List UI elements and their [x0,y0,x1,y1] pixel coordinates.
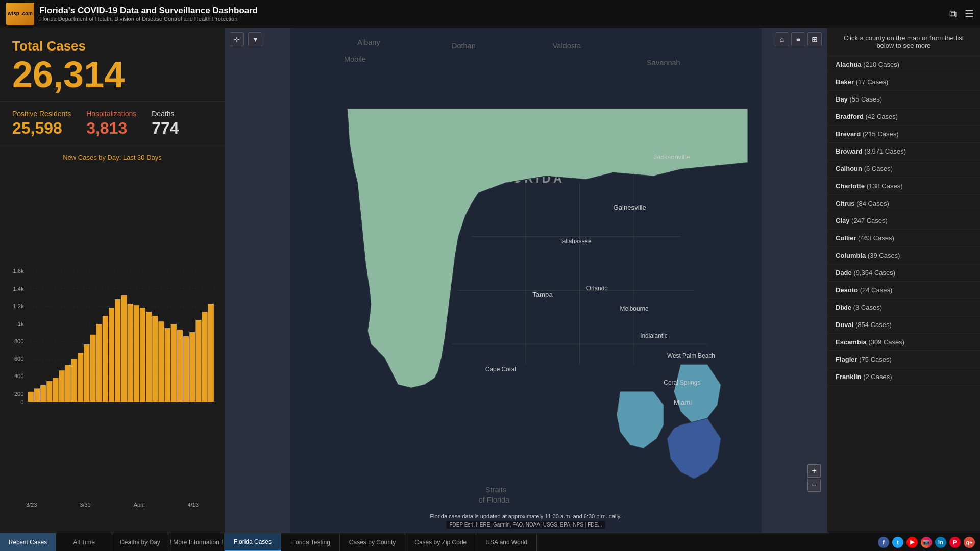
map-view-list[interactable]: ≡ [791,32,805,46]
tab-recent-cases[interactable]: Recent Cases [0,533,56,551]
map-tab-cases-by-zip[interactable]: Cases by Zip Code [405,533,476,551]
hospitalizations-label: Hospitalizations [86,110,136,118]
zoom-out-button[interactable]: − [807,479,821,492]
tab-more-info[interactable]: ! More Information ! [168,533,225,551]
list-item[interactable]: Baker (17 Cases) [827,73,980,91]
county-cases: (42 Cases) [866,113,898,120]
external-link-icon[interactable]: ⧉ [949,8,957,20]
list-item[interactable]: Alachua (210 Cases) [827,56,980,73]
map-view-grid[interactable]: ⊞ [807,32,822,46]
svg-text:Tallahassee: Tallahassee [559,238,592,245]
bar-25 [183,336,189,402]
right-panel: Click a county on the map or from the li… [827,28,980,551]
map-toolbar: ⊹ ▾ [230,32,262,46]
svg-text:1.2k: 1.2k [13,303,24,309]
zoom-controls: + − [807,464,821,492]
linkedin-icon[interactable]: in [935,537,946,548]
zoom-in-button[interactable]: + [807,464,821,478]
x-label-2: 3/30 [80,502,90,508]
left-panel: Total Cases 26,314 Positive Residents 25… [0,28,225,551]
social-icons: ft▶📷inPg+ [827,533,980,551]
map-area[interactable]: ⊹ ▾ ⌂ ≡ ⊞ Mobile Dothan Valdosta Albany … [225,28,827,533]
county-cases: (463 Cases) [858,234,894,242]
bar-12 [103,316,108,402]
county-cases: (84 Cases) [856,199,889,207]
map-tool-select[interactable]: ⊹ [230,32,244,46]
svg-text:Miami: Miami [674,398,692,406]
county-name: Brevard [836,130,861,138]
bar-22 [165,328,170,402]
bar-14 [115,299,120,402]
googleplus-icon[interactable]: g+ [964,537,975,548]
twitter-icon[interactable]: t [892,537,903,548]
county-cases: (39 Cases) [868,252,900,259]
county-list-header: Click a county on the map or from the li… [827,28,980,56]
county-name: Columbia [836,252,866,259]
county-name: Baker [836,78,854,86]
map-tool-expand[interactable]: ▾ [248,32,262,46]
tab-deaths-by-day[interactable]: Deaths by Day [112,533,168,551]
bar-2 [40,385,46,402]
list-item[interactable]: Calhoun (6 Cases) [827,160,980,178]
x-label-1: 3/23 [26,502,37,508]
svg-text:0: 0 [20,399,23,405]
list-item[interactable]: Desoto (24 Cases) [827,282,980,299]
county-cases: (17 Cases) [856,78,889,86]
list-item[interactable]: Escambia (309 Cases) [827,334,980,351]
list-item[interactable]: Brevard (215 Cases) [827,126,980,143]
list-item[interactable]: Dixie (3 Cases) [827,299,980,316]
county-cases: (854 Cases) [855,321,892,329]
bar-28 [202,312,208,402]
chart-area: New Cases by Day: Last 30 Days 1.6k 1.4k… [0,146,225,533]
county-cases: (3 Cases) [853,304,882,311]
list-item[interactable]: Duval (854 Cases) [827,316,980,334]
deaths-stat: Deaths 774 [152,110,179,138]
facebook-icon[interactable]: f [878,537,889,548]
bar-10 [90,335,95,402]
list-item[interactable]: Bradford (42 Cases) [827,108,980,126]
list-item[interactable]: Broward (3,971 Cases) [827,143,980,160]
bar-21 [158,321,164,402]
x-label-4: 4/13 [188,502,199,508]
list-item[interactable]: Columbia (39 Cases) [827,247,980,264]
svg-text:Indialantic: Indialantic [640,332,667,339]
map-view-home[interactable]: ⌂ [775,32,789,46]
county-name: Bay [836,95,848,103]
map-tab-cases-by-county[interactable]: Cases by County [340,533,405,551]
chart-container: 1.6k 1.4k 1.2k 1k 800 600 400 200 0 [8,164,216,509]
list-item[interactable]: Citrus (84 Cases) [827,195,980,212]
county-cases: (138 Cases) [867,182,903,190]
list-item[interactable]: Dade (9,354 Cases) [827,264,980,282]
list-item[interactable]: Charlotte (138 Cases) [827,178,980,195]
youtube-icon[interactable]: ▶ [906,537,918,548]
bar-13 [109,308,114,402]
positive-residents-value: 25,598 [12,119,71,138]
instagram-icon[interactable]: 📷 [921,537,932,548]
menu-icon[interactable]: ☰ [965,8,974,20]
svg-text:Albany: Albany [357,38,380,46]
list-item[interactable]: Collier (463 Cases) [827,230,980,247]
map-bottom-tabs: Florida Cases Florida Testing Cases by C… [225,533,827,551]
map-tab-usa-world[interactable]: USA and World [476,533,537,551]
svg-text:Orlando: Orlando [586,285,608,292]
list-item[interactable]: Franklin (2 Cases) [827,368,980,386]
county-list: Alachua (210 Cases)Baker (17 Cases)Bay (… [827,56,980,386]
app-title: Florida's COVID-19 Data and Surveillance… [39,6,258,16]
county-cases: (6 Cases) [864,165,893,172]
florida-map-svg[interactable]: Mobile Dothan Valdosta Albany Savannah F… [225,28,827,533]
pinterest-icon[interactable]: P [949,537,961,548]
bar-18 [140,308,145,402]
tab-all-time[interactable]: All Time [56,533,112,551]
list-item[interactable]: Clay (247 Cases) [827,212,980,230]
map-tab-florida-cases[interactable]: Florida Cases [225,533,281,551]
map-note: Florida case data is updated at approxim… [430,513,621,519]
bar-24 [177,330,183,402]
list-item[interactable]: Bay (55 Cases) [827,91,980,108]
bar-9 [84,344,89,402]
bottom-tabs: Recent Cases All Time Deaths by Day ! Mo… [0,533,225,551]
county-name: Desoto [836,286,858,294]
svg-text:400: 400 [14,373,24,379]
bar-5 [59,370,65,402]
list-item[interactable]: Flagler (75 Cases) [827,351,980,368]
map-tab-florida-testing[interactable]: Florida Testing [281,533,340,551]
